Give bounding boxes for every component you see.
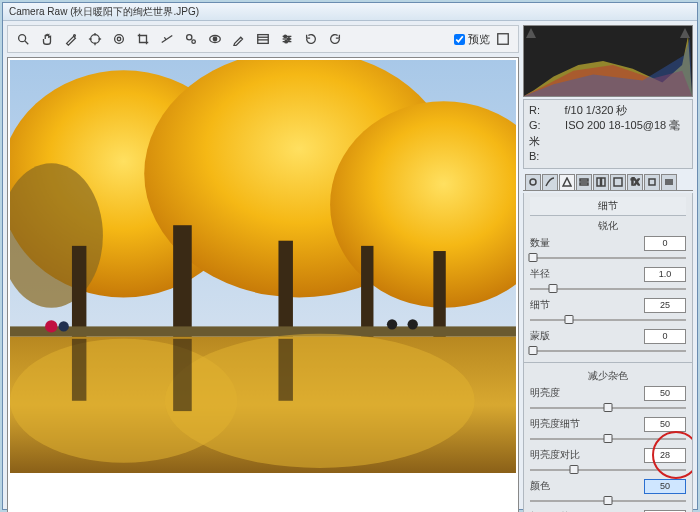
rotate-ccw-tool[interactable]: [300, 28, 322, 50]
svg-point-43: [45, 320, 57, 332]
slider-thumb[interactable]: [604, 434, 613, 443]
slider-amount[interactable]: 数量0: [530, 236, 686, 263]
svg-point-8: [117, 37, 121, 41]
svg-point-0: [19, 35, 26, 42]
svg-point-45: [387, 319, 397, 329]
tab-lens[interactable]: [610, 174, 626, 190]
svg-rect-34: [361, 246, 373, 339]
adjust-brush-tool[interactable]: [228, 28, 250, 50]
tab-fx[interactable]: fx: [627, 174, 643, 190]
image-canvas[interactable]: [7, 57, 519, 512]
grad-filter-tool[interactable]: [252, 28, 274, 50]
slider-color[interactable]: 颜色50: [530, 479, 686, 506]
svg-rect-32: [173, 225, 192, 339]
tab-presets[interactable]: [661, 174, 677, 190]
histogram: [523, 25, 693, 97]
svg-point-22: [284, 35, 287, 38]
shadow-clip-icon[interactable]: [526, 28, 536, 38]
zoom-tool[interactable]: [12, 28, 34, 50]
toolbar: 预览: [7, 25, 519, 53]
preview-toggle[interactable]: 预览: [454, 32, 490, 47]
svg-point-15: [213, 37, 217, 41]
spot-tool[interactable]: [180, 28, 202, 50]
slider-thumb[interactable]: [529, 346, 538, 355]
target-adjust-tool[interactable]: [108, 28, 130, 50]
tab-detail[interactable]: [559, 174, 575, 190]
svg-point-39: [165, 334, 475, 468]
svg-rect-36: [10, 326, 516, 336]
wb-tool[interactable]: [60, 28, 82, 50]
slider-thumb[interactable]: [529, 253, 538, 262]
prefs-tool[interactable]: [276, 28, 298, 50]
tab-split[interactable]: [593, 174, 609, 190]
slider-thumb[interactable]: [549, 284, 558, 293]
tab-basic[interactable]: [525, 174, 541, 190]
slider-radius[interactable]: 半径1.0: [530, 267, 686, 294]
svg-point-12: [187, 35, 192, 40]
panel-title: 细节: [530, 197, 686, 216]
svg-rect-51: [602, 178, 606, 186]
svg-line-11: [164, 37, 166, 40]
svg-line-1: [25, 41, 29, 45]
svg-point-46: [408, 319, 418, 329]
slider-thumb[interactable]: [604, 403, 613, 412]
slider-luminance[interactable]: 明亮度50: [530, 386, 686, 413]
tab-calib[interactable]: [644, 174, 660, 190]
svg-rect-31: [72, 246, 86, 339]
straighten-tool[interactable]: [156, 28, 178, 50]
svg-point-23: [287, 38, 290, 41]
tab-hsl[interactable]: [576, 174, 592, 190]
detail-panel: 细节 锐化 数量0 半径1.0 细节25 蒙版0: [523, 193, 693, 512]
svg-rect-42: [278, 339, 292, 401]
svg-point-24: [285, 40, 288, 43]
photo-preview: [10, 60, 516, 473]
tab-curve[interactable]: [542, 174, 558, 190]
svg-rect-35: [433, 251, 445, 339]
svg-point-9: [115, 35, 124, 44]
highlight-clip-icon[interactable]: [680, 28, 690, 38]
hand-tool[interactable]: [36, 28, 58, 50]
svg-point-3: [91, 35, 100, 44]
svg-rect-33: [278, 241, 292, 339]
svg-rect-54: [649, 179, 655, 185]
slider-thumb[interactable]: [604, 496, 613, 505]
slider-lum-detail[interactable]: 明亮度细节50: [530, 417, 686, 444]
preview-checkbox[interactable]: [454, 34, 465, 45]
slider-thumb[interactable]: [565, 315, 574, 324]
slider-lum-contrast[interactable]: 明亮度对比28: [530, 448, 686, 475]
noise-heading: 减少杂色: [530, 369, 686, 383]
rotate-cw-tool[interactable]: [324, 28, 346, 50]
titlebar: Camera Raw (秋日暖阳下的绚烂世界.JPG): [3, 3, 697, 21]
svg-rect-50: [597, 178, 601, 186]
svg-rect-49: [580, 183, 588, 185]
svg-text:fx: fx: [631, 177, 640, 187]
svg-point-2: [74, 35, 76, 37]
svg-rect-25: [498, 34, 509, 45]
redeye-tool[interactable]: [204, 28, 226, 50]
svg-rect-48: [580, 179, 588, 181]
crop-tool[interactable]: [132, 28, 154, 50]
svg-rect-16: [258, 35, 269, 44]
svg-point-13: [192, 40, 196, 44]
svg-line-10: [162, 36, 173, 43]
color-sampler-tool[interactable]: [84, 28, 106, 50]
svg-point-44: [59, 321, 69, 331]
slider-thumb[interactable]: [569, 465, 578, 474]
panel-tabs: fx: [523, 171, 693, 191]
svg-rect-52: [614, 178, 622, 186]
slider-detail[interactable]: 细节25: [530, 298, 686, 325]
slider-masking[interactable]: 蒙版0: [530, 329, 686, 356]
svg-rect-40: [72, 339, 86, 401]
exif-panel: R: f/10 1/320 秒 G: ISO 200 18-105@18 毫米 …: [523, 99, 693, 169]
svg-point-47: [530, 179, 536, 185]
sharpen-heading: 锐化: [530, 219, 686, 233]
fullscreen-icon[interactable]: [492, 28, 514, 50]
svg-rect-41: [173, 339, 192, 411]
